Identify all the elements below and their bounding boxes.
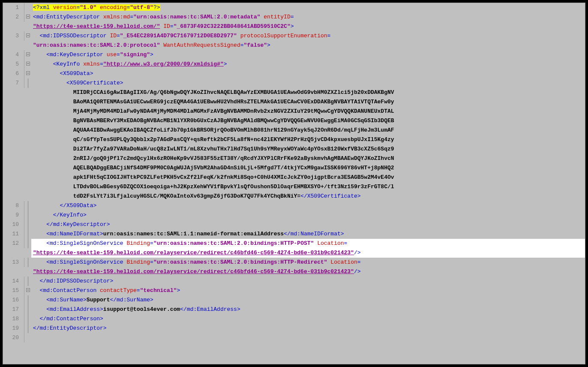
- line-number: 19: [3, 324, 24, 333]
- fold-toggle[interactable]: [24, 50, 31, 56]
- code-line[interactable]: </md:KeyDescriptor>: [31, 220, 585, 229]
- line-number: 7: [3, 78, 24, 88]
- code-line[interactable]: <md:SurName>Support</md:SurName>: [31, 295, 585, 305]
- code-line[interactable]: <md:KeyDescriptor use="signing">: [31, 50, 585, 60]
- fold-gutter: [24, 211, 31, 220]
- code-line[interactable]: <md:SingleSignOnService Binding="urn:oas…: [31, 258, 585, 277]
- line-number: 18: [3, 314, 24, 324]
- line-number: 9: [3, 211, 24, 220]
- line-number: 13: [3, 258, 24, 267]
- fold-gutter: [24, 333, 31, 335]
- xml-editor[interactable]: 1 <?xml version="1.0" encoding="utf-8"?>…: [3, 3, 585, 364]
- fold-gutter: [24, 78, 31, 88]
- fold-gutter: [24, 324, 31, 333]
- line-number: 12: [3, 239, 24, 248]
- code-line[interactable]: <md:EntityDescriptor xmlns:md="urn:oasis…: [31, 12, 585, 31]
- code-line[interactable]: <X509Data>: [31, 69, 585, 78]
- code-line-highlighted[interactable]: <md:SingleSignOnService Binding="urn:oas…: [31, 239, 585, 258]
- fold-gutter: [24, 239, 31, 248]
- line-number: 4: [3, 50, 24, 60]
- fold-gutter: [24, 229, 31, 239]
- fold-gutter: [24, 3, 31, 5]
- code-line[interactable]: <md:EmailAddress>isupport@tools4ever.com…: [31, 305, 585, 314]
- fold-gutter: [24, 295, 31, 305]
- fold-toggle[interactable]: [24, 69, 31, 75]
- code-line[interactable]: </md:ContactPerson>: [31, 314, 585, 324]
- fold-gutter: [24, 314, 31, 324]
- code-line[interactable]: </X509Data>: [31, 201, 585, 211]
- line-number: 2: [3, 12, 24, 22]
- line-number: 14: [3, 277, 24, 286]
- line-number: 11: [3, 229, 24, 239]
- code-line[interactable]: <md:ContactPerson contactType="technical…: [31, 286, 585, 295]
- line-number: 8: [3, 201, 24, 211]
- code-line[interactable]: <md:NameIDFormat>urn:oasis:names:tc:SAML…: [31, 229, 585, 239]
- code-line[interactable]: <?xml version="1.0" encoding="utf-8"?>: [31, 3, 585, 12]
- code-line[interactable]: <X509Certificate> MIIDRjCCAi6gAwIBAgIIXG…: [31, 78, 585, 201]
- fold-gutter: [24, 220, 31, 229]
- fold-toggle[interactable]: [24, 12, 31, 18]
- fold-gutter: [24, 201, 31, 211]
- code-line[interactable]: </md:EntityDescriptor>: [31, 324, 585, 333]
- line-number: 3: [3, 31, 24, 41]
- fold-toggle[interactable]: [24, 60, 31, 66]
- line-number: 20: [3, 333, 24, 343]
- line-number: 5: [3, 60, 24, 69]
- code-line[interactable]: <KeyInfo xmlns="http://www.w3.org/2000/0…: [31, 60, 585, 69]
- fold-gutter: [24, 258, 31, 267]
- line-number: 17: [3, 305, 24, 314]
- line-number: 1: [3, 3, 24, 12]
- code-line[interactable]: <md:IDPSSODescriptor ID="_E54EC2891A4D79…: [31, 31, 585, 50]
- fold-gutter: [24, 277, 31, 286]
- line-number: 6: [3, 69, 24, 78]
- code-line[interactable]: </KeyInfo>: [31, 211, 585, 220]
- fold-gutter: [24, 305, 31, 314]
- line-number: 16: [3, 295, 24, 305]
- line-number: 15: [3, 286, 24, 295]
- line-number: 10: [3, 220, 24, 229]
- fold-toggle[interactable]: [24, 286, 31, 292]
- code-line[interactable]: </md:IDPSSODescriptor>: [31, 277, 585, 286]
- fold-toggle[interactable]: [24, 31, 31, 37]
